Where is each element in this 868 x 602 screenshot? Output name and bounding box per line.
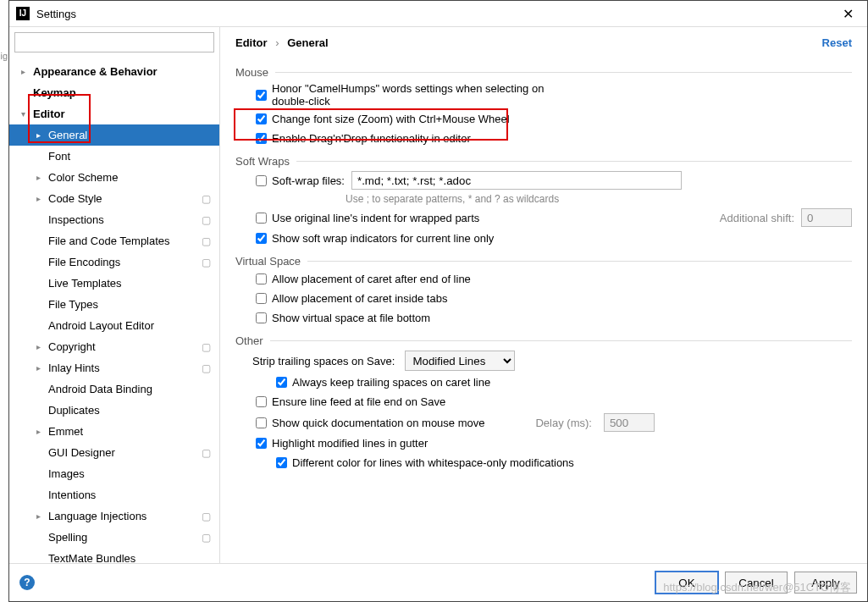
override-icon: ▢ (202, 447, 211, 459)
label-soft-wrap-files: Soft-wrap files: (272, 174, 345, 187)
cb-show-indicators[interactable] (256, 233, 267, 244)
tree-copyright[interactable]: ▸Copyright▢ (9, 336, 219, 357)
label-drag-drop: Enable Drag'n'Drop functionality in edit… (272, 132, 471, 145)
tree-appearance[interactable]: ▸Appearance & Behavior (9, 61, 219, 82)
tree-language-injections[interactable]: ▸Language Injections▢ (9, 505, 219, 527)
breadcrumb-general: General (287, 36, 328, 49)
group-other: Other (235, 334, 852, 347)
group-mouse: Mouse (235, 66, 852, 79)
cb-drag-drop[interactable] (256, 133, 267, 144)
close-icon[interactable]: ✕ (836, 6, 860, 22)
cb-caret-end[interactable] (256, 273, 267, 284)
tree-android-data-binding[interactable]: Android Data Binding (9, 378, 219, 400)
override-icon: ▢ (202, 193, 211, 205)
reset-link[interactable]: Reset (822, 36, 852, 49)
label-additional-shift: Additional shift: (720, 212, 794, 224)
override-icon: ▢ (202, 257, 211, 268)
main-panel: Editor › General Reset Mouse Honor "Came… (220, 27, 867, 563)
breadcrumb: Editor › General (235, 36, 329, 49)
group-virtual-space: Virtual Space (235, 255, 852, 268)
label-virt-bottom: Show virtual space at file bottom (272, 312, 430, 324)
cb-orig-indent[interactable] (256, 213, 267, 224)
cancel-button[interactable]: Cancel (725, 572, 788, 594)
dialog-footer: ? OK Cancel Apply (9, 563, 867, 601)
override-icon: ▢ (202, 532, 211, 544)
tree-inspections[interactable]: Inspections▢ (9, 209, 219, 230)
search-input[interactable] (14, 32, 214, 52)
cb-line-feed[interactable] (256, 396, 267, 407)
select-strip-trailing[interactable]: Modified Lines (405, 351, 515, 371)
label-show-indicators: Show soft wrap indicators for current li… (272, 232, 494, 245)
tree-file-types[interactable]: File Types (9, 294, 219, 315)
override-icon: ▢ (202, 341, 211, 353)
tree-editor[interactable]: ▾Editor (9, 103, 219, 124)
tree-color-scheme[interactable]: ▸Color Scheme (9, 167, 219, 188)
label-highlight-mod: Highlight modified lines in gutter (272, 437, 428, 450)
label-change-font: Change font size (Zoom) with Ctrl+Mouse … (272, 113, 510, 125)
tree-file-encodings[interactable]: File Encodings▢ (9, 251, 219, 273)
tree-intentions[interactable]: Intentions (9, 484, 219, 505)
tree-general[interactable]: ▸General (9, 124, 219, 146)
label-delay: Delay (ms): (535, 417, 591, 429)
tree-code-style[interactable]: ▸Code Style▢ (9, 188, 219, 209)
tree-android-layout-editor[interactable]: Android Layout Editor (9, 315, 219, 336)
cb-quick-doc[interactable] (256, 417, 267, 428)
ok-button[interactable]: OK (655, 572, 718, 594)
override-icon: ▢ (202, 362, 211, 374)
label-line-feed: Ensure line feed at file end on Save (272, 395, 445, 408)
override-icon: ▢ (202, 214, 211, 226)
app-icon: IJ (16, 7, 30, 20)
cb-caret-tabs[interactable] (256, 293, 267, 304)
tree-font[interactable]: Font (9, 146, 219, 167)
label-quick-doc: Show quick documentation on mouse move (272, 417, 484, 429)
cb-keep-trailing[interactable] (276, 377, 287, 388)
tree-spelling[interactable]: Spelling▢ (9, 527, 219, 548)
label-honor: Honor "CamelHumps" words settings when s… (272, 82, 560, 108)
chevron-right-icon: › (275, 36, 279, 49)
label-diff-color: Different color for lines with whitespac… (292, 456, 574, 469)
background-stub: ig (0, 0, 8, 602)
label-caret-tabs: Allow placement of caret inside tabs (272, 292, 447, 305)
cb-soft-wrap-files[interactable] (256, 175, 267, 186)
label-keep-trailing: Always keep trailing spaces on caret lin… (292, 376, 490, 389)
cb-honor-camelhumps[interactable] (256, 90, 267, 101)
tree-textmate-bundles[interactable]: TextMate Bundles (9, 548, 219, 563)
cb-diff-color[interactable] (276, 457, 287, 468)
settings-window: IJ Settings ✕ 🔍 ▸Appearance & Behavior K… (8, 0, 868, 602)
input-additional-shift (801, 208, 852, 227)
titlebar: IJ Settings ✕ (9, 1, 867, 27)
settings-content: Mouse Honor "CamelHumps" words settings … (220, 58, 867, 563)
tree-inlay-hints[interactable]: ▸Inlay Hints▢ (9, 357, 219, 378)
tree-images[interactable]: Images (9, 463, 219, 484)
label-orig-indent: Use original line's indent for wrapped p… (272, 212, 479, 224)
tree-file-code-templates[interactable]: File and Code Templates▢ (9, 230, 219, 251)
help-icon[interactable]: ? (19, 575, 35, 590)
group-soft-wraps: Soft Wraps (235, 155, 852, 168)
tree-keymap[interactable]: Keymap (9, 82, 219, 103)
hint-soft-wrap: Use ; to separate patterns, * and ? as w… (346, 193, 852, 205)
cb-virt-bottom[interactable] (256, 312, 267, 323)
window-title: Settings (36, 8, 836, 20)
settings-tree: ▸Appearance & Behavior Keymap ▾Editor ▸G… (9, 58, 219, 563)
label-caret-end: Allow placement of caret after end of li… (272, 273, 471, 285)
breadcrumb-editor[interactable]: Editor (235, 36, 268, 49)
sidebar: 🔍 ▸Appearance & Behavior Keymap ▾Editor … (9, 27, 220, 563)
input-delay (604, 413, 655, 432)
label-strip: Strip trailing spaces on Save: (252, 355, 395, 367)
tree-live-templates[interactable]: Live Templates (9, 273, 219, 294)
override-icon: ▢ (202, 511, 211, 522)
tree-gui-designer[interactable]: GUI Designer▢ (9, 442, 219, 463)
cb-highlight-mod[interactable] (256, 438, 267, 449)
tree-emmet[interactable]: ▸Emmet (9, 421, 219, 442)
input-soft-wrap-patterns[interactable] (351, 171, 682, 190)
override-icon: ▢ (202, 235, 211, 247)
apply-button[interactable]: Apply (794, 572, 857, 594)
tree-duplicates[interactable]: Duplicates (9, 400, 219, 421)
cb-change-font-size[interactable] (256, 113, 267, 124)
